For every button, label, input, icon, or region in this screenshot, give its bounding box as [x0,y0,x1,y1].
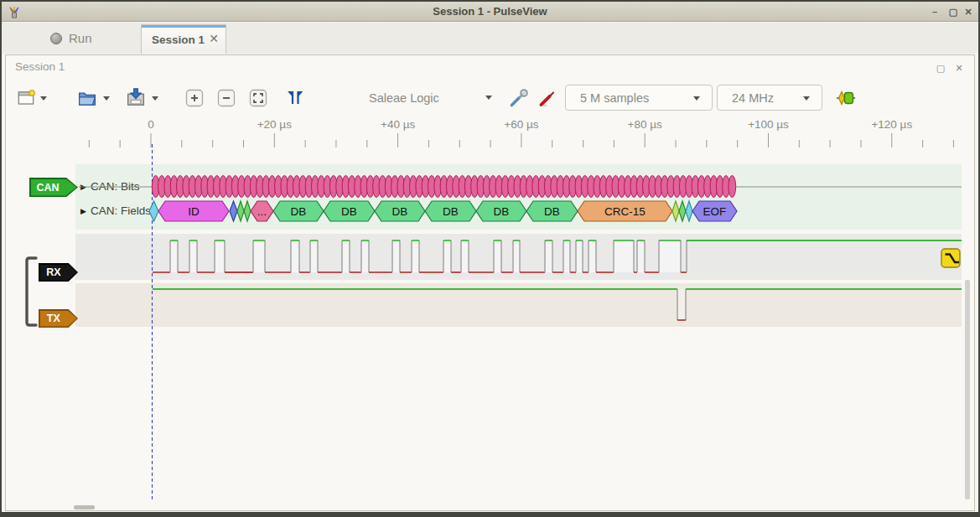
tx-channel-tag[interactable]: TX [39,309,78,328]
dock-float-button[interactable]: ▢ [934,61,947,75]
save-dropdown-arrow[interactable] [152,96,158,101]
new-view-dropdown-arrow[interactable] [40,96,47,101]
expand-arrow-icon[interactable]: ▶ [80,207,86,215]
can-tag-label: CAN [29,178,66,197]
title-bar[interactable]: Session 1 - PulseView – ▢ ✕ [2,2,978,22]
close-button[interactable]: ✕ [961,5,976,18]
sample-rate-arrow [803,96,810,101]
decoder-row-fields-label[interactable]: CAN: Fields [91,204,151,217]
sample-count-arrow [693,96,700,101]
tx-tag-label: TX [39,309,69,328]
add-decoder-icon[interactable] [836,88,856,108]
sample-rate-combo[interactable]: 24 MHz [717,85,822,111]
minimize-button[interactable]: – [927,5,942,18]
tab-close-icon[interactable]: ✕ [209,32,219,45]
tx-trace-background[interactable] [75,283,962,327]
window-title: Session 1 - PulseView [2,2,978,22]
device-dropdown-arrow[interactable] [485,96,492,100]
horizontal-scrollbar-thumb[interactable] [74,505,95,509]
new-view-icon[interactable] [15,87,37,109]
can-decoder-row-background[interactable] [75,164,962,230]
zoom-out-icon[interactable] [216,88,236,108]
sample-rate-value: 24 MHz [732,91,774,105]
tab-label: Session 1 [152,34,205,46]
channel-probe-icon[interactable] [537,87,558,109]
rx-tag-label: RX [39,263,69,282]
can-decoder-tag[interactable]: CAN [29,178,78,197]
run-state-icon [50,33,62,44]
tab-active-stripe [142,25,226,28]
zoom-fit-icon[interactable] [248,88,268,108]
open-dropdown-arrow[interactable] [103,96,110,101]
sample-count-combo[interactable]: 5 M samples [565,85,713,111]
rx-channel-tag[interactable]: RX [39,263,78,282]
device-config-icon[interactable] [506,87,530,111]
window-body: Session 1 - PulseView – ▢ ✕ Run Session … [2,2,978,512]
rx-trace-background[interactable] [75,234,962,280]
zoom-in-icon[interactable] [184,88,205,108]
pulseview-window: Session 1 - PulseView – ▢ ✕ Run Session … [0,0,980,517]
decoder-row-bits-label[interactable]: CAN: Bits [91,180,140,193]
open-file-icon[interactable] [75,86,99,110]
app-icon [8,5,21,18]
run-button-label: Run [69,31,92,45]
device-select[interactable]: Saleae Logic [369,91,439,105]
save-file-icon[interactable] [124,86,148,110]
session-dock-title: Session 1 [15,60,65,73]
maximize-button[interactable]: ▢ [946,5,961,18]
dock-close-button[interactable]: ✕ [952,61,966,75]
show-cursors-icon[interactable] [285,88,305,108]
vertical-scrollbar-thumb[interactable] [965,280,970,499]
expand-arrow-icon[interactable]: ▶ [80,183,86,191]
sample-count-value: 5 M samples [580,91,649,105]
tab-session-1[interactable]: Session 1 ✕ [141,24,226,54]
